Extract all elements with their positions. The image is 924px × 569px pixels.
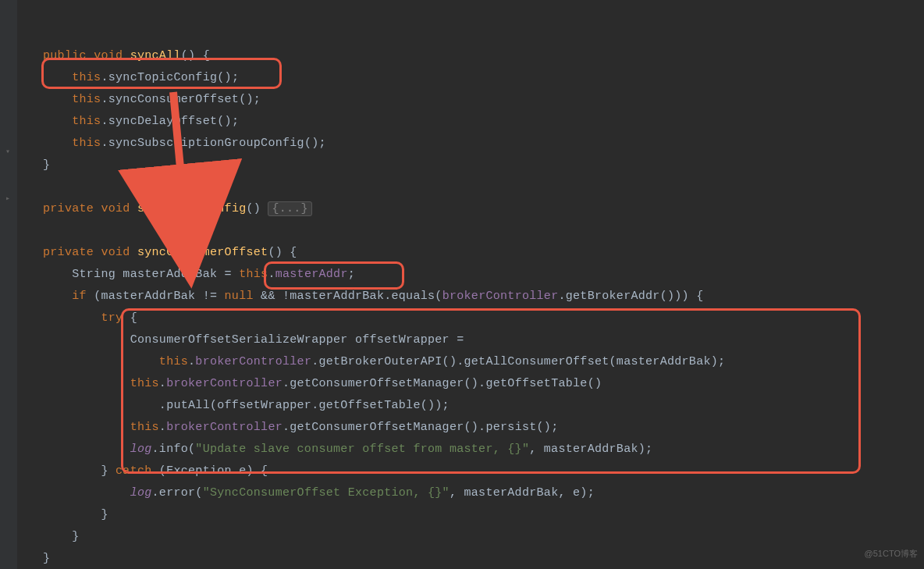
field-brokerController: brokerController bbox=[442, 290, 559, 303]
kw-try: try bbox=[101, 311, 123, 325]
kw-private: private bbox=[43, 202, 94, 215]
kw-if: if bbox=[72, 290, 87, 303]
field-masterAddr: masterAddr bbox=[275, 268, 348, 281]
code-fold-region[interactable]: {...} bbox=[268, 201, 312, 216]
editor-gutter: ▾ ▸ bbox=[0, 0, 17, 569]
call-syncTopicConfig: syncTopicConfig bbox=[108, 71, 218, 84]
kw-void: void bbox=[101, 246, 130, 259]
kw-this: this bbox=[130, 377, 159, 390]
method-syncConsumerOffset: syncConsumerOffset bbox=[137, 246, 268, 259]
kw-null: null bbox=[225, 290, 254, 303]
kw-this: this bbox=[72, 93, 101, 106]
call-syncSubscriptionGroupConfig: syncSubscriptionGroupConfig bbox=[108, 137, 304, 150]
fold-marker-icon[interactable]: ▸ bbox=[2, 188, 13, 199]
string-literal: "SyncConsumerOffset Exception, {}" bbox=[203, 486, 450, 500]
kw-this: this bbox=[72, 71, 101, 84]
kw-this: this bbox=[72, 115, 101, 128]
field-brokerController: brokerController bbox=[166, 377, 283, 390]
kw-this: this bbox=[239, 268, 268, 281]
field-brokerController: brokerController bbox=[166, 421, 283, 434]
watermark-text: @51CTO博客 bbox=[865, 542, 918, 564]
fold-marker-icon[interactable]: ▾ bbox=[2, 141, 13, 152]
kw-void: void bbox=[94, 49, 123, 62]
call-syncConsumerOffset: syncConsumerOffset bbox=[108, 93, 239, 106]
kw-void: void bbox=[101, 202, 130, 215]
call-syncDelayOffset: syncDelayOffset bbox=[108, 115, 218, 128]
method-syncTopicConfig: syncTopicConfig bbox=[137, 202, 247, 215]
string-literal: "Update slave consumer offset from maste… bbox=[195, 443, 529, 456]
kw-this: this bbox=[159, 355, 188, 368]
var-offsetWrapper: ConsumerOffsetSerializeWrapper offsetWra… bbox=[130, 333, 464, 347]
kw-public: public bbox=[43, 49, 87, 62]
logger-ref: log bbox=[130, 486, 152, 500]
logger-ref: log bbox=[130, 443, 152, 456]
kw-this: this bbox=[72, 137, 101, 150]
kw-this: this bbox=[130, 421, 159, 434]
code-editor[interactable]: public void syncAll() { this.syncTopicCo… bbox=[43, 23, 725, 569]
method-syncAll: syncAll bbox=[130, 49, 181, 62]
kw-catch: catch bbox=[116, 464, 152, 478]
kw-private: private bbox=[43, 246, 94, 259]
field-brokerController: brokerController bbox=[195, 355, 311, 368]
